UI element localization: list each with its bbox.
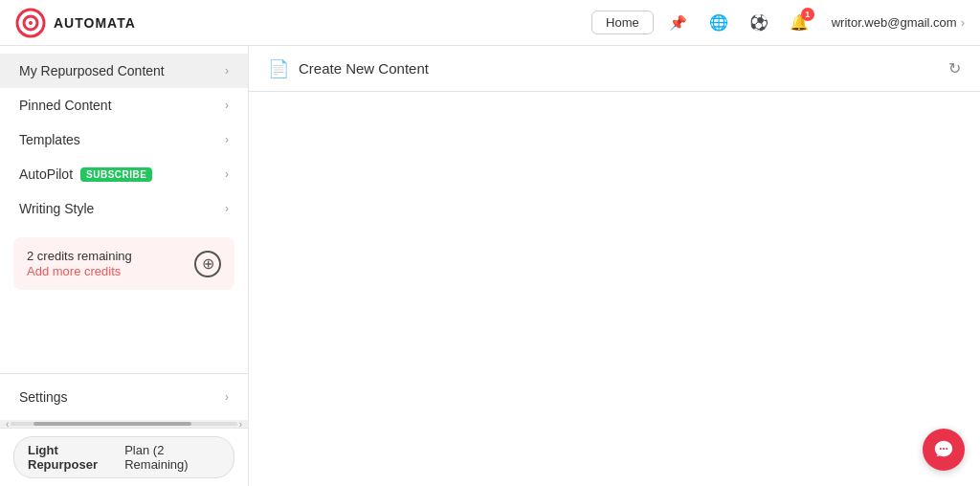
- sidebar-item-autopilot[interactable]: AutoPilot SUBSCRIBE ›: [0, 157, 248, 191]
- sidebar-autopilot-label: AutoPilot: [19, 166, 73, 182]
- content-header-icon: 📄: [268, 58, 289, 79]
- user-menu-chevron: ›: [961, 15, 965, 30]
- content-header: 📄 Create New Content ↻: [249, 46, 980, 92]
- help-chat-icon: [933, 439, 954, 460]
- add-credits-link[interactable]: Add more credits: [27, 264, 121, 278]
- refresh-icon[interactable]: ↻: [948, 59, 961, 77]
- header-center: Home: [591, 11, 654, 34]
- home-button[interactable]: Home: [591, 11, 654, 34]
- scrollbar-track[interactable]: [11, 422, 236, 426]
- sidebar-templates-label: Templates: [19, 132, 80, 147]
- credits-remaining-text: 2 credits remaining: [27, 249, 132, 263]
- app-header: AUTOMATA Home 📌 🌐 ⚽ 🔔 1 writor.web@gmail…: [0, 0, 980, 46]
- sidebar-nav: My Repurposed Content › Pinned Content ›…: [0, 46, 248, 373]
- pinned-chevron: ›: [225, 99, 229, 112]
- sidebar-item-templates[interactable]: Templates ›: [0, 122, 248, 157]
- autopilot-chevron: ›: [225, 167, 229, 181]
- svg-point-4: [943, 448, 945, 450]
- sidebar-bottom: Settings ›: [0, 373, 248, 420]
- svg-point-2: [29, 21, 33, 25]
- logo-area: AUTOMATA: [15, 8, 580, 38]
- content-title: Create New Content: [299, 60, 429, 77]
- plan-footer: Light Repurposer Plan (2 Remaining): [0, 428, 248, 486]
- automata-logo-icon: [15, 8, 46, 38]
- sidebar-item-writing-style[interactable]: Writing Style ›: [0, 191, 248, 226]
- main-layout: My Repurposed Content › Pinned Content ›…: [0, 46, 980, 486]
- plan-suffix: Plan (2 Remaining): [124, 443, 220, 472]
- sidebar-pinned-label: Pinned Content: [19, 98, 112, 113]
- sidebar-scrollbar: ‹ ›: [0, 420, 248, 428]
- sidebar-writing-label: Writing Style: [19, 201, 94, 216]
- content-area: 📄 Create New Content ↻: [249, 46, 980, 486]
- app-title: AUTOMATA: [54, 15, 136, 31]
- credits-box: 2 credits remaining Add more credits ⊕: [13, 237, 234, 290]
- scrollbar-thumb: [33, 422, 191, 426]
- subscribe-badge: SUBSCRIBE: [80, 167, 152, 182]
- templates-chevron: ›: [225, 133, 229, 146]
- sidebar: My Repurposed Content › Pinned Content ›…: [0, 46, 249, 486]
- float-help-button[interactable]: [923, 429, 965, 471]
- chrome-icon[interactable]: 🌐: [705, 10, 732, 36]
- sidebar-repurposed-label: My Repurposed Content: [19, 63, 165, 78]
- writing-chevron: ›: [225, 202, 229, 215]
- svg-point-5: [946, 448, 947, 450]
- pin-icon[interactable]: 📌: [665, 10, 692, 36]
- svg-point-3: [940, 448, 942, 450]
- credits-info: 2 credits remaining Add more credits: [27, 249, 132, 278]
- settings-label: Settings: [19, 389, 68, 405]
- sidebar-item-repurposed[interactable]: My Repurposed Content ›: [0, 54, 248, 88]
- user-menu[interactable]: writor.web@gmail.com ›: [832, 15, 965, 30]
- soccer-icon[interactable]: ⚽: [746, 10, 772, 36]
- sidebar-item-pinned[interactable]: Pinned Content ›: [0, 88, 248, 122]
- settings-chevron: ›: [225, 390, 229, 404]
- user-email: writor.web@gmail.com: [832, 15, 957, 30]
- plan-badge: Light Repurposer Plan (2 Remaining): [13, 436, 234, 478]
- add-credits-icon[interactable]: ⊕: [194, 251, 221, 277]
- notification-wrapper[interactable]: 🔔 1: [786, 10, 813, 36]
- plan-name: Light Repurposer: [28, 443, 121, 472]
- notification-badge: 1: [801, 8, 814, 21]
- sidebar-item-settings[interactable]: Settings ›: [0, 378, 248, 416]
- repurposed-chevron: ›: [225, 64, 229, 77]
- header-icons: 📌 🌐 ⚽ 🔔 1: [665, 10, 813, 36]
